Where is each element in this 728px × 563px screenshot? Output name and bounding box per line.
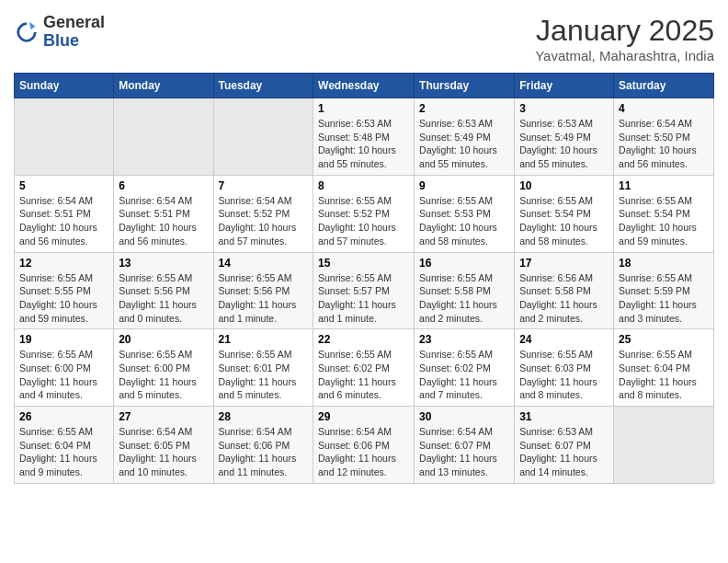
- day-number: 15: [318, 257, 409, 270]
- day-number: 17: [519, 257, 609, 270]
- day-number: 21: [219, 333, 309, 346]
- day-info: Sunrise: 6:54 AMSunset: 6:06 PMDaylight:…: [318, 425, 409, 479]
- calendar-day-cell: [114, 98, 213, 176]
- calendar-day-cell: 8Sunrise: 6:55 AMSunset: 5:52 PMDaylight…: [313, 175, 415, 252]
- day-number: 12: [19, 257, 108, 270]
- day-info: Sunrise: 6:55 AMSunset: 5:56 PMDaylight:…: [119, 271, 208, 326]
- calendar-body: 1Sunrise: 6:53 AMSunset: 5:48 PMDaylight…: [15, 98, 714, 484]
- calendar-day-cell: 26Sunrise: 6:55 AMSunset: 6:04 PMDayligh…: [15, 407, 114, 484]
- logo: General Blue: [14, 14, 105, 51]
- day-info: Sunrise: 6:54 AMSunset: 5:50 PMDaylight:…: [619, 117, 709, 171]
- calendar-day-cell: [614, 407, 714, 484]
- day-number: 16: [419, 257, 509, 270]
- calendar-day-cell: 3Sunrise: 6:53 AMSunset: 5:49 PMDaylight…: [515, 98, 614, 176]
- calendar-day-cell: 10Sunrise: 6:55 AMSunset: 5:54 PMDayligh…: [515, 175, 614, 252]
- calendar-day-cell: 1Sunrise: 6:53 AMSunset: 5:48 PMDaylight…: [313, 98, 415, 176]
- day-number: 11: [619, 179, 709, 192]
- day-number: 31: [519, 410, 609, 423]
- day-info: Sunrise: 6:55 AMSunset: 5:55 PMDaylight:…: [19, 271, 108, 326]
- day-number: 14: [219, 257, 309, 270]
- day-number: 7: [219, 179, 309, 192]
- calendar-day-cell: 20Sunrise: 6:55 AMSunset: 6:00 PMDayligh…: [114, 329, 213, 407]
- day-number: 13: [119, 257, 208, 270]
- day-number: 23: [419, 333, 509, 346]
- day-info: Sunrise: 6:54 AMSunset: 6:05 PMDaylight:…: [119, 425, 208, 479]
- day-number: 6: [119, 179, 208, 192]
- day-number: 29: [318, 410, 409, 423]
- day-info: Sunrise: 6:55 AMSunset: 6:00 PMDaylight:…: [119, 348, 208, 402]
- day-number: 30: [419, 410, 509, 423]
- day-number: 27: [119, 410, 208, 423]
- calendar-day-cell: 30Sunrise: 6:54 AMSunset: 6:07 PMDayligh…: [415, 407, 515, 484]
- calendar-day-cell: 13Sunrise: 6:55 AMSunset: 5:56 PMDayligh…: [114, 252, 213, 329]
- day-info: Sunrise: 6:53 AMSunset: 6:07 PMDaylight:…: [519, 425, 609, 479]
- day-info: Sunrise: 6:54 AMSunset: 5:51 PMDaylight:…: [19, 194, 108, 248]
- calendar-day-cell: 7Sunrise: 6:54 AMSunset: 5:52 PMDaylight…: [213, 175, 313, 252]
- day-info: Sunrise: 6:55 AMSunset: 5:57 PMDaylight:…: [318, 271, 409, 326]
- day-number: 1: [318, 102, 409, 115]
- calendar-day-cell: 5Sunrise: 6:54 AMSunset: 5:51 PMDaylight…: [15, 175, 114, 252]
- calendar-day-cell: 12Sunrise: 6:55 AMSunset: 5:55 PMDayligh…: [15, 252, 114, 329]
- day-info: Sunrise: 6:53 AMSunset: 5:49 PMDaylight:…: [519, 117, 609, 171]
- day-of-week-header: Saturday: [614, 74, 714, 98]
- calendar-day-cell: 27Sunrise: 6:54 AMSunset: 6:05 PMDayligh…: [114, 407, 213, 484]
- calendar-day-cell: 18Sunrise: 6:55 AMSunset: 5:59 PMDayligh…: [614, 252, 714, 329]
- day-number: 10: [519, 179, 609, 192]
- calendar-day-cell: [15, 98, 114, 176]
- day-info: Sunrise: 6:55 AMSunset: 5:53 PMDaylight:…: [419, 194, 509, 248]
- calendar-day-cell: 4Sunrise: 6:54 AMSunset: 5:50 PMDaylight…: [614, 98, 714, 176]
- calendar-day-cell: 2Sunrise: 6:53 AMSunset: 5:49 PMDaylight…: [415, 98, 515, 176]
- page-header: General Blue January 2025 Yavatmal, Maha…: [14, 14, 714, 63]
- calendar-day-cell: 15Sunrise: 6:55 AMSunset: 5:57 PMDayligh…: [313, 252, 415, 329]
- month-title: January 2025: [535, 14, 714, 48]
- day-info: Sunrise: 6:54 AMSunset: 5:52 PMDaylight:…: [219, 194, 309, 248]
- calendar-day-cell: 17Sunrise: 6:56 AMSunset: 5:58 PMDayligh…: [515, 252, 614, 329]
- day-info: Sunrise: 6:55 AMSunset: 5:54 PMDaylight:…: [619, 194, 709, 248]
- day-info: Sunrise: 6:55 AMSunset: 5:56 PMDaylight:…: [219, 271, 309, 326]
- day-number: 28: [219, 410, 309, 423]
- day-info: Sunrise: 6:55 AMSunset: 6:00 PMDaylight:…: [19, 348, 108, 402]
- day-info: Sunrise: 6:55 AMSunset: 6:02 PMDaylight:…: [419, 348, 509, 402]
- day-of-week-header: Thursday: [415, 74, 515, 98]
- day-number: 19: [19, 333, 108, 346]
- day-info: Sunrise: 6:55 AMSunset: 5:59 PMDaylight:…: [619, 271, 709, 326]
- calendar-day-cell: 14Sunrise: 6:55 AMSunset: 5:56 PMDayligh…: [213, 252, 313, 329]
- day-of-week-header: Wednesday: [313, 74, 415, 98]
- day-number: 4: [619, 102, 709, 115]
- calendar-header: SundayMondayTuesdayWednesdayThursdayFrid…: [15, 74, 714, 98]
- calendar-day-cell: [213, 98, 313, 176]
- calendar-table: SundayMondayTuesdayWednesdayThursdayFrid…: [14, 73, 714, 484]
- day-number: 20: [119, 333, 208, 346]
- day-info: Sunrise: 6:55 AMSunset: 5:52 PMDaylight:…: [318, 194, 409, 248]
- day-info: Sunrise: 6:55 AMSunset: 6:01 PMDaylight:…: [219, 348, 309, 402]
- calendar-day-cell: 11Sunrise: 6:55 AMSunset: 5:54 PMDayligh…: [614, 175, 714, 252]
- calendar-day-cell: 19Sunrise: 6:55 AMSunset: 6:00 PMDayligh…: [15, 329, 114, 407]
- day-info: Sunrise: 6:55 AMSunset: 6:04 PMDaylight:…: [19, 425, 108, 479]
- day-info: Sunrise: 6:55 AMSunset: 6:04 PMDaylight:…: [619, 348, 709, 402]
- calendar-day-cell: 6Sunrise: 6:54 AMSunset: 5:51 PMDaylight…: [114, 175, 213, 252]
- calendar-day-cell: 9Sunrise: 6:55 AMSunset: 5:53 PMDaylight…: [415, 175, 515, 252]
- calendar-day-cell: 28Sunrise: 6:54 AMSunset: 6:06 PMDayligh…: [213, 407, 313, 484]
- day-number: 3: [519, 102, 609, 115]
- calendar-day-cell: 23Sunrise: 6:55 AMSunset: 6:02 PMDayligh…: [415, 329, 515, 407]
- calendar-week-row: 19Sunrise: 6:55 AMSunset: 6:00 PMDayligh…: [15, 329, 714, 407]
- calendar-day-cell: 25Sunrise: 6:55 AMSunset: 6:04 PMDayligh…: [614, 329, 714, 407]
- day-info: Sunrise: 6:55 AMSunset: 6:02 PMDaylight:…: [318, 348, 409, 402]
- day-number: 5: [19, 179, 108, 192]
- day-of-week-header: Monday: [114, 74, 213, 98]
- calendar-week-row: 5Sunrise: 6:54 AMSunset: 5:51 PMDaylight…: [15, 175, 714, 252]
- day-info: Sunrise: 6:54 AMSunset: 5:51 PMDaylight:…: [119, 194, 208, 248]
- calendar-week-row: 1Sunrise: 6:53 AMSunset: 5:48 PMDaylight…: [15, 98, 714, 176]
- calendar-day-cell: 29Sunrise: 6:54 AMSunset: 6:06 PMDayligh…: [313, 407, 415, 484]
- title-block: January 2025 Yavatmal, Maharashtra, Indi…: [535, 14, 714, 63]
- calendar-day-cell: 24Sunrise: 6:55 AMSunset: 6:03 PMDayligh…: [515, 329, 614, 407]
- calendar-day-cell: 22Sunrise: 6:55 AMSunset: 6:02 PMDayligh…: [313, 329, 415, 407]
- day-info: Sunrise: 6:55 AMSunset: 5:58 PMDaylight:…: [419, 271, 509, 326]
- day-of-week-header: Friday: [515, 74, 614, 98]
- day-number: 25: [619, 333, 709, 346]
- day-info: Sunrise: 6:53 AMSunset: 5:48 PMDaylight:…: [318, 117, 409, 171]
- logo-text: General Blue: [43, 14, 105, 51]
- day-of-week-header: Sunday: [15, 74, 114, 98]
- day-number: 9: [419, 179, 509, 192]
- day-number: 26: [19, 410, 108, 423]
